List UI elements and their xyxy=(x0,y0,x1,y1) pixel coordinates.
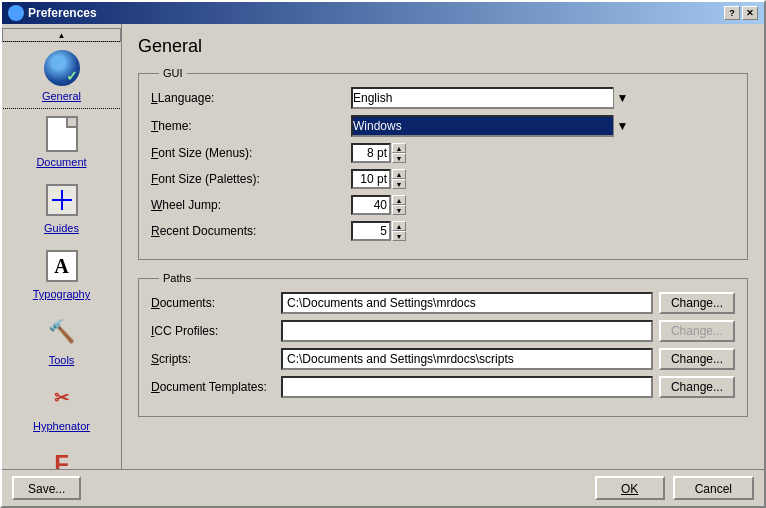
sidebar-item-tools[interactable]: 🔨 Tools xyxy=(2,306,121,372)
scripts-label: Scripts: xyxy=(151,352,281,366)
recent-docs-row: Recent Documents: ▲ ▼ xyxy=(151,221,735,241)
recent-docs-down[interactable]: ▼ xyxy=(392,231,406,241)
typography-icon: A xyxy=(42,246,82,286)
font-size-menus-control: ▲ ▼ xyxy=(351,143,406,163)
doc-templates-row: Document Templates: Change... xyxy=(151,376,735,398)
language-select[interactable]: English German French Spanish xyxy=(351,87,631,109)
sidebar-item-guides[interactable]: Guides xyxy=(2,174,121,240)
window-content: ▲ General Document Guides xyxy=(2,24,764,469)
theme-select[interactable]: Windows Macintosh Linux xyxy=(351,115,631,137)
recent-docs-label: Recent Documents: xyxy=(151,224,351,238)
font-size-palettes-up[interactable]: ▲ xyxy=(392,169,406,179)
font-size-palettes-input[interactable] xyxy=(351,169,391,189)
font-size-menus-spinner: ▲ ▼ xyxy=(351,143,406,163)
icc-profiles-change-button[interactable]: Change... xyxy=(659,320,735,342)
general-icon xyxy=(42,48,82,88)
font-size-palettes-down[interactable]: ▼ xyxy=(392,179,406,189)
title-bar: Preferences ? ✕ xyxy=(2,2,764,24)
gui-fieldset: GUI LLanguage: English German French Spa… xyxy=(138,67,748,260)
window-icon xyxy=(8,5,24,21)
gui-legend: GUI xyxy=(159,67,187,79)
paths-legend: Paths xyxy=(159,272,195,284)
sidebar-scroll-up[interactable]: ▲ xyxy=(2,28,121,42)
fonts-icon: F xyxy=(42,444,82,469)
icc-profiles-label: ICC Profiles: xyxy=(151,324,281,338)
sidebar-item-hyphenator[interactable]: ✂ Hyphenator xyxy=(2,372,121,438)
wheel-jump-input[interactable] xyxy=(351,195,391,215)
cancel-button[interactable]: Cancel xyxy=(673,476,754,500)
font-size-menus-row: Font Size (Menus): ▲ ▼ xyxy=(151,143,735,163)
page-title: General xyxy=(138,36,748,57)
font-size-menus-label: Font Size (Menus): xyxy=(151,146,351,160)
language-control: English German French Spanish ▼ xyxy=(351,87,631,109)
title-bar-buttons: ? ✕ xyxy=(724,6,758,20)
theme-select-wrapper: Windows Macintosh Linux ▼ xyxy=(351,115,631,137)
scripts-input[interactable] xyxy=(281,348,653,370)
font-size-menus-spin-buttons: ▲ ▼ xyxy=(392,143,406,163)
scripts-row: Scripts: Change... xyxy=(151,348,735,370)
sidebar-label-typography: Typography xyxy=(33,288,90,300)
doc-templates-input[interactable] xyxy=(281,376,653,398)
save-button[interactable]: Save... xyxy=(12,476,81,500)
main-panel: General GUI LLanguage: English German Fr… xyxy=(122,24,764,469)
sidebar-item-general[interactable]: General xyxy=(2,42,121,108)
language-label: LLanguage: xyxy=(151,91,351,105)
font-size-menus-up[interactable]: ▲ xyxy=(392,143,406,153)
wheel-jump-up[interactable]: ▲ xyxy=(392,195,406,205)
window-title: Preferences xyxy=(28,6,97,20)
title-bar-left: Preferences xyxy=(8,5,97,21)
wheel-jump-spinner: ▲ ▼ xyxy=(351,195,406,215)
close-button[interactable]: ✕ xyxy=(742,6,758,20)
guides-icon xyxy=(42,180,82,220)
doc-templates-label: Document Templates: xyxy=(151,380,281,394)
tools-icon: 🔨 xyxy=(42,312,82,352)
documents-change-button[interactable]: Change... xyxy=(659,292,735,314)
recent-docs-spinner: ▲ ▼ xyxy=(351,221,406,241)
wheel-jump-row: Wheel Jump: ▲ ▼ xyxy=(151,195,735,215)
font-size-palettes-spinner: ▲ ▼ xyxy=(351,169,406,189)
sidebar-label-document: Document xyxy=(36,156,86,168)
sidebar-label-hyphenator: Hyphenator xyxy=(33,420,90,432)
sidebar-label-guides: Guides xyxy=(44,222,79,234)
theme-row: Theme: Windows Macintosh Linux ▼ xyxy=(151,115,735,137)
help-button[interactable]: ? xyxy=(724,6,740,20)
wheel-jump-control: ▲ ▼ xyxy=(351,195,406,215)
sidebar-item-typography[interactable]: A Typography xyxy=(2,240,121,306)
font-size-palettes-control: ▲ ▼ xyxy=(351,169,406,189)
bottom-bar: Save... OK Cancel xyxy=(2,469,764,506)
document-icon xyxy=(42,114,82,154)
recent-docs-up[interactable]: ▲ xyxy=(392,221,406,231)
recent-docs-spin-buttons: ▲ ▼ xyxy=(392,221,406,241)
recent-docs-input[interactable] xyxy=(351,221,391,241)
sidebar-item-fonts[interactable]: F Fonts xyxy=(2,438,121,469)
preferences-window: Preferences ? ✕ ▲ General Document xyxy=(0,0,766,508)
bottom-right-buttons: OK Cancel xyxy=(595,476,754,500)
font-size-palettes-row: Font Size (Palettes): ▲ ▼ xyxy=(151,169,735,189)
sidebar-item-document[interactable]: Document xyxy=(2,108,121,174)
hyphenator-icon: ✂ xyxy=(42,378,82,418)
recent-docs-control: ▲ ▼ xyxy=(351,221,406,241)
documents-row: Documents: Change... xyxy=(151,292,735,314)
language-row: LLanguage: English German French Spanish… xyxy=(151,87,735,109)
documents-input[interactable] xyxy=(281,292,653,314)
wheel-jump-spin-buttons: ▲ ▼ xyxy=(392,195,406,215)
font-size-menus-down[interactable]: ▼ xyxy=(392,153,406,163)
documents-label: Documents: xyxy=(151,296,281,310)
font-size-palettes-spin-buttons: ▲ ▼ xyxy=(392,169,406,189)
paths-fieldset: Paths Documents: Change... ICC Profiles:… xyxy=(138,272,748,417)
font-size-menus-input[interactable] xyxy=(351,143,391,163)
wheel-jump-down[interactable]: ▼ xyxy=(392,205,406,215)
font-size-palettes-label: Font Size (Palettes): xyxy=(151,172,351,186)
theme-control: Windows Macintosh Linux ▼ xyxy=(351,115,631,137)
sidebar-label-general: General xyxy=(42,90,81,102)
icc-profiles-row: ICC Profiles: Change... xyxy=(151,320,735,342)
scripts-change-button[interactable]: Change... xyxy=(659,348,735,370)
ok-button[interactable]: OK xyxy=(595,476,665,500)
wheel-jump-label: Wheel Jump: xyxy=(151,198,351,212)
doc-templates-change-button[interactable]: Change... xyxy=(659,376,735,398)
theme-label: Theme: xyxy=(151,119,351,133)
sidebar-label-tools: Tools xyxy=(49,354,75,366)
language-select-wrapper: English German French Spanish ▼ xyxy=(351,87,631,109)
icc-profiles-input[interactable] xyxy=(281,320,653,342)
sidebar: ▲ General Document Guides xyxy=(2,24,122,469)
